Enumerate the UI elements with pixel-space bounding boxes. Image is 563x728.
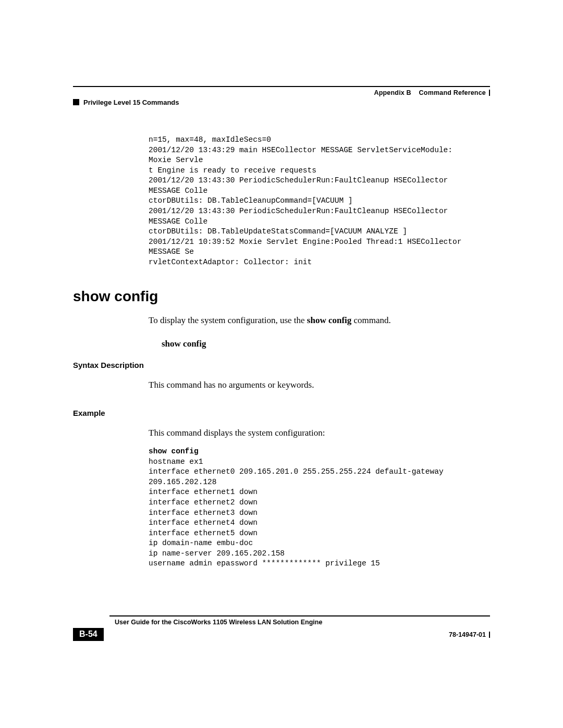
desc-text-post: command.	[351, 315, 391, 325]
bullet-square-icon	[73, 99, 79, 105]
header-separator-icon	[489, 90, 490, 96]
appendix-title: Command Reference	[419, 89, 486, 96]
running-header-left: Privilege Level 15 Commands	[73, 98, 490, 106]
running-header-right: Appendix B Command Reference	[73, 86, 490, 96]
appendix-label: Appendix B	[374, 89, 411, 96]
footer-separator-icon	[489, 632, 490, 638]
syntax-description-label: Syntax Description	[73, 361, 490, 369]
example-body: hostname ex1 interface ethernet0 209.165…	[149, 457, 490, 569]
example-cmd: show config	[149, 447, 490, 457]
example-output-block: show config hostname ex1 interface ether…	[149, 447, 490, 569]
desc-cmd: show config	[307, 315, 351, 325]
syntax-description-text: This command has no arguments or keyword…	[149, 379, 490, 392]
page-number-badge: B-54	[73, 628, 104, 641]
doc-number: 78-14947-01	[449, 631, 490, 638]
log-output-block: n=15, max=48, maxIdleSecs=0 2001/12/20 1…	[149, 135, 490, 267]
footer-guide-title: User Guide for the CiscoWorks 1105 Wirel…	[115, 619, 490, 626]
example-intro: This command displays the system configu…	[149, 427, 490, 440]
footer-rule-icon	[109, 615, 490, 616]
command-description: To display the system configuration, use…	[149, 314, 490, 327]
command-heading: show config	[73, 288, 490, 305]
example-label: Example	[73, 409, 490, 417]
page-content: Appendix B Command Reference Privilege L…	[73, 86, 490, 569]
footer-row: B-54 78-14947-01	[73, 628, 490, 641]
section-label: Privilege Level 15 Commands	[83, 98, 179, 106]
desc-text-pre: To display the system configuration, use…	[149, 315, 307, 325]
doc-number-text: 78-14947-01	[449, 631, 486, 638]
page-footer: User Guide for the CiscoWorks 1105 Wirel…	[73, 615, 490, 641]
syntax-literal: show config	[162, 339, 490, 349]
